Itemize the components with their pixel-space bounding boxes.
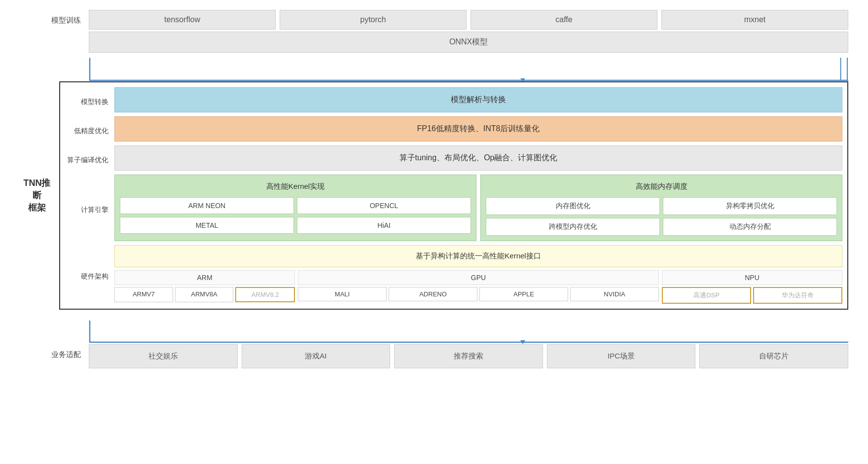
business-content: 社交娱乐 游戏AI 推荐搜索 IPC场景 自研芯片 xyxy=(89,344,848,368)
model-conversion-box: 模型解析与转换 xyxy=(114,87,842,112)
biz-ipc: IPC场景 xyxy=(547,344,696,368)
bottom-connector-svg xyxy=(89,320,848,344)
kernel-hiai: HiAI xyxy=(297,217,471,234)
model-training-section: 模型训练 tensorflow pytorch caffe mxnet ONNX… xyxy=(20,10,848,53)
business-label: 业务适配 xyxy=(20,344,89,360)
efficient-memory-title: 高效能内存调度 xyxy=(486,180,837,193)
compute-engine-label: 计算引擎 xyxy=(65,175,114,241)
bottom-connector xyxy=(89,320,848,344)
biz-game-ai: 游戏AI xyxy=(242,344,391,368)
kernel-arm-neon: ARM NEON xyxy=(120,197,294,214)
top-connector xyxy=(89,57,848,81)
mali-chip: MALI xyxy=(298,287,387,301)
qualcomm-dsp-chip: 高通DSP xyxy=(662,287,751,304)
gpu-category-label: GPU xyxy=(298,270,659,285)
compiler-box: 算子tuning、布局优化、Op融合、计算图优化 xyxy=(114,145,842,171)
memory-hetero-copy: 异构零拷贝优化 xyxy=(663,197,837,215)
hardware-row: 硬件架构 基于异构计算的统一高性能Kernel接口 ARM ARMV7 ARMV… xyxy=(65,245,842,304)
tnn-framework: TNN推断框架 模型转换 模型解析与转换 低精度优化 FP16低精度转换、INT… xyxy=(20,81,848,310)
page-container: 模型训练 tensorflow pytorch caffe mxnet ONNX… xyxy=(20,10,848,372)
framework-caffe: caffe xyxy=(470,10,657,30)
kernel-metal: METAL xyxy=(120,217,294,234)
biz-custom-chip: 自研芯片 xyxy=(699,344,848,368)
business-section: 业务适配 社交娱乐 游戏AI 推荐搜索 IPC场景 自研芯片 xyxy=(20,344,848,368)
gpu-items: MALI ADRENO APPLE NVIDIA xyxy=(298,287,659,301)
armv82-chip: ARMV8.2 xyxy=(235,287,295,302)
npu-items: 高通DSP 华为达芬奇 xyxy=(662,287,842,304)
memory-cross-model: 跨模型内存优化 xyxy=(486,218,660,236)
model-training-content: tensorflow pytorch caffe mxnet ONNX模型 xyxy=(89,10,848,53)
tnn-label: TNN推断框架 xyxy=(20,81,59,310)
low-precision-box: FP16低精度转换、INT8后训练量化 xyxy=(114,116,842,142)
biz-recommend: 推荐搜索 xyxy=(394,344,543,368)
tnn-label-text: TNN推断框架 xyxy=(20,177,54,214)
framework-row: tensorflow pytorch caffe mxnet xyxy=(89,10,848,30)
hardware-content: 基于异构计算的统一高性能Kernel接口 ARM ARMV7 ARMV8A AR… xyxy=(114,245,842,304)
memory-graph-opt: 内存图优化 xyxy=(486,197,660,215)
apple-chip: APPLE xyxy=(479,287,568,301)
kernel-opencl: OPENCL xyxy=(297,197,471,214)
onnx-model-box: ONNX模型 xyxy=(89,32,848,53)
compiler-row: 算子编译优化 算子tuning、布局优化、Op融合、计算图优化 xyxy=(65,145,842,171)
hardware-categories: ARM ARMV7 ARMV8A ARMV8.2 GPU MALI xyxy=(114,270,842,304)
compiler-label: 算子编译优化 xyxy=(65,145,114,171)
arm-category-label: ARM xyxy=(114,270,295,285)
framework-mxnet: mxnet xyxy=(661,10,848,30)
low-precision-content: FP16低精度转换、INT8后训练量化 xyxy=(114,116,842,142)
efficient-memory-panel: 高效能内存调度 内存图优化 异构零拷贝优化 跨模型内存优化 动态内存分配 xyxy=(480,175,842,241)
adreno-chip: ADRENO xyxy=(389,287,477,301)
kernel-grid: ARM NEON OPENCL METAL HiAI xyxy=(120,197,471,234)
low-precision-label: 低精度优化 xyxy=(65,116,114,142)
memory-dynamic-alloc: 动态内存分配 xyxy=(663,218,837,236)
nvidia-chip: NVIDIA xyxy=(570,287,659,301)
model-conversion-label: 模型转换 xyxy=(65,87,114,112)
armv7-chip: ARMV7 xyxy=(114,287,173,302)
framework-pytorch: pytorch xyxy=(280,10,467,30)
biz-boxes: 社交娱乐 游戏AI 推荐搜索 IPC场景 自研芯片 xyxy=(89,344,848,368)
compute-engine-container: 高性能Kernel实现 ARM NEON OPENCL METAL HiAI 高… xyxy=(114,175,842,241)
hardware-label: 硬件架构 xyxy=(65,245,114,304)
memory-grid: 内存图优化 异构零拷贝优化 跨模型内存优化 动态内存分配 xyxy=(486,197,837,236)
compute-engine-row: 计算引擎 高性能Kernel实现 ARM NEON OPENCL METAL H… xyxy=(65,175,842,241)
biz-social: 社交娱乐 xyxy=(89,344,238,368)
top-connector-svg2 xyxy=(89,57,848,81)
compute-engine-content: 高性能Kernel实现 ARM NEON OPENCL METAL HiAI 高… xyxy=(114,175,842,241)
huawei-chip: 华为达芬奇 xyxy=(753,287,842,304)
model-conversion-row: 模型转换 模型解析与转换 xyxy=(65,87,842,112)
low-precision-row: 低精度优化 FP16低精度转换、INT8后训练量化 xyxy=(65,116,842,142)
unified-kernel-box: 基于异构计算的统一高性能Kernel接口 xyxy=(114,245,842,267)
model-training-label: 模型训练 xyxy=(20,10,89,26)
high-perf-kernel-title: 高性能Kernel实现 xyxy=(120,180,471,193)
gpu-section: GPU MALI ADRENO APPLE NVIDIA xyxy=(298,270,659,304)
main-box: 模型转换 模型解析与转换 低精度优化 FP16低精度转换、INT8后训练量化 算… xyxy=(59,81,848,310)
armv8a-chip: ARMV8A xyxy=(175,287,234,302)
compiler-content: 算子tuning、布局优化、Op融合、计算图优化 xyxy=(114,145,842,171)
npu-section: NPU 高通DSP 华为达芬奇 xyxy=(662,270,842,304)
model-conversion-content: 模型解析与转换 xyxy=(114,87,842,112)
npu-category-label: NPU xyxy=(662,270,842,285)
framework-tensorflow: tensorflow xyxy=(89,10,276,30)
arm-section: ARM ARMV7 ARMV8A ARMV8.2 xyxy=(114,270,295,304)
high-perf-kernel-panel: 高性能Kernel实现 ARM NEON OPENCL METAL HiAI xyxy=(114,175,476,241)
arm-items: ARMV7 ARMV8A ARMV8.2 xyxy=(114,287,295,302)
